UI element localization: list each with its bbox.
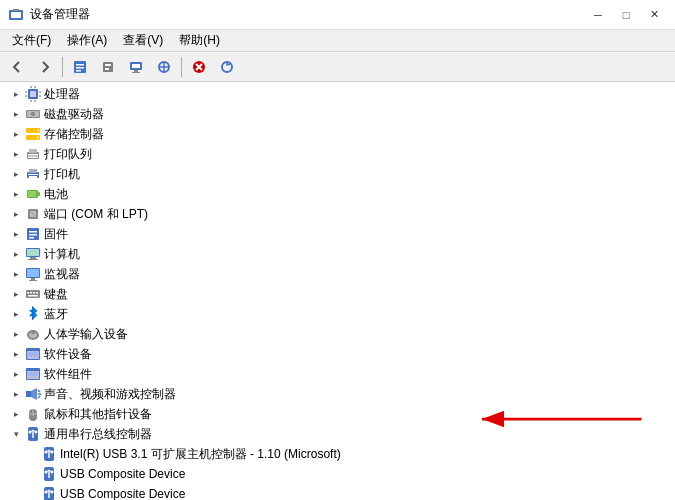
expand-icon-usb-composite2[interactable] xyxy=(24,486,40,500)
expand-icon-disk[interactable]: ▸ xyxy=(8,106,24,122)
expand-icon-monitor[interactable]: ▸ xyxy=(8,266,24,282)
svg-rect-73 xyxy=(31,330,35,334)
close-button[interactable]: ✕ xyxy=(641,5,667,25)
minimize-button[interactable]: ─ xyxy=(585,5,611,25)
mouse-icon xyxy=(24,406,42,422)
svg-point-38 xyxy=(37,137,39,139)
tree-item-disk[interactable]: ▸磁盘驱动器 xyxy=(0,104,675,124)
svg-point-34 xyxy=(32,113,34,115)
svg-rect-69 xyxy=(36,292,38,294)
tree-label-keyboard: 键盘 xyxy=(44,286,68,303)
tree-item-keyboard[interactable]: ▸键盘 xyxy=(0,284,675,304)
keyboard-icon xyxy=(24,286,42,302)
tree-item-hid[interactable]: ▸人体学输入设备 xyxy=(0,324,675,344)
back-icon xyxy=(10,60,24,74)
tree-item-mouse[interactable]: ▸鼠标和其他指针设备 xyxy=(0,404,675,424)
tree-item-port[interactable]: ▸端口 (COM 和 LPT) xyxy=(0,204,675,224)
storage-icon xyxy=(24,126,42,142)
tree-label-usb-intel: Intel(R) USB 3.1 可扩展主机控制器 - 1.10 (Micros… xyxy=(60,446,341,463)
tree-label-port: 端口 (COM 和 LPT) xyxy=(44,206,148,223)
svg-rect-12 xyxy=(134,70,138,72)
tree-label-battery: 电池 xyxy=(44,186,68,203)
tree-label-printqueue: 打印队列 xyxy=(44,146,92,163)
toolbar-sep-1 xyxy=(62,57,63,77)
tree-item-usb-root[interactable]: ▾通用串行总线控制器 xyxy=(0,424,675,444)
svg-rect-49 xyxy=(28,191,36,197)
toolbar xyxy=(0,52,675,82)
tree-item-storage[interactable]: ▸存储控制器 xyxy=(0,124,675,144)
tree-item-firmware[interactable]: ▸固件 xyxy=(0,224,675,244)
expand-icon-bluetooth[interactable]: ▸ xyxy=(8,306,24,322)
tree-item-printer[interactable]: ▸打印机 xyxy=(0,164,675,184)
tree-item-bluetooth[interactable]: ▸蓝牙 xyxy=(0,304,675,324)
svg-rect-11 xyxy=(132,64,140,68)
expand-icon-software-comp[interactable]: ▸ xyxy=(8,366,24,382)
svg-rect-63 xyxy=(31,278,35,280)
svg-rect-9 xyxy=(105,68,109,70)
update-driver-button[interactable] xyxy=(95,55,121,79)
update-icon xyxy=(101,60,115,74)
printer-icon xyxy=(24,166,42,182)
menu-view[interactable]: 查看(V) xyxy=(115,30,171,51)
sound-icon xyxy=(24,386,42,402)
tree-item-software-comp[interactable]: ▸软件组件 xyxy=(0,364,675,384)
bluetooth-icon xyxy=(24,306,42,322)
tree-item-battery[interactable]: ▸电池 xyxy=(0,184,675,204)
expand-icon-software-dev[interactable]: ▸ xyxy=(8,346,24,362)
tree-label-hid: 人体学输入设备 xyxy=(44,326,128,343)
expand-icon-port[interactable]: ▸ xyxy=(8,206,24,222)
svg-rect-8 xyxy=(105,64,111,66)
forward-button[interactable] xyxy=(32,55,58,79)
expand-icon-computer[interactable]: ▸ xyxy=(8,246,24,262)
tree-item-monitor[interactable]: ▸监视器 xyxy=(0,264,675,284)
tree-label-mouse: 鼠标和其他指针设备 xyxy=(44,406,152,423)
expand-icon-usb-composite1[interactable] xyxy=(24,466,40,482)
computer-button[interactable] xyxy=(123,55,149,79)
uninstall-icon xyxy=(192,60,206,74)
expand-icon-keyboard[interactable]: ▸ xyxy=(8,286,24,302)
menu-help[interactable]: 帮助(H) xyxy=(171,30,228,51)
tree-item-computer[interactable]: ▸计算机 xyxy=(0,244,675,264)
tree-item-software-dev[interactable]: ▸软件设备 xyxy=(0,344,675,364)
refresh-button[interactable] xyxy=(214,55,240,79)
computer-icon xyxy=(129,60,143,74)
usb-device-icon xyxy=(40,446,58,462)
expand-icon-firmware[interactable]: ▸ xyxy=(8,226,24,242)
toolbar-sep-2 xyxy=(181,57,182,77)
device-tree[interactable]: ▸处理器▸磁盘驱动器▸存储控制器▸打印队列▸打印机▸电池▸端口 (COM 和 L… xyxy=(0,82,675,500)
tree-item-usb-composite2[interactable]: USB Composite Device xyxy=(0,484,675,500)
expand-icon-usb-root[interactable]: ▾ xyxy=(8,426,24,442)
svg-rect-46 xyxy=(29,176,37,179)
svg-line-84 xyxy=(38,390,40,392)
title-bar: 设备管理器 ─ □ ✕ xyxy=(0,0,675,30)
tree-item-printqueue[interactable]: ▸打印队列 xyxy=(0,144,675,164)
scan-button[interactable] xyxy=(151,55,177,79)
properties-button[interactable] xyxy=(67,55,93,79)
tree-item-usb-composite1[interactable]: USB Composite Device xyxy=(0,464,675,484)
expand-icon-battery[interactable]: ▸ xyxy=(8,186,24,202)
menu-action[interactable]: 操作(A) xyxy=(59,30,115,51)
menu-file[interactable]: 文件(F) xyxy=(4,30,59,51)
svg-rect-66 xyxy=(27,292,29,294)
hid-icon xyxy=(24,326,42,342)
maximize-button[interactable]: □ xyxy=(613,5,639,25)
computer-icon xyxy=(24,246,42,262)
tree-item-sound[interactable]: ▸声音、视频和游戏控制器 xyxy=(0,384,675,404)
expand-icon-mouse[interactable]: ▸ xyxy=(8,406,24,422)
disk-icon xyxy=(24,106,42,122)
expand-icon-usb-intel[interactable] xyxy=(24,446,40,462)
expand-icon-printer[interactable]: ▸ xyxy=(8,166,24,182)
tree-item-usb-intel[interactable]: Intel(R) USB 3.1 可扩展主机控制器 - 1.10 (Micros… xyxy=(0,444,675,464)
svg-rect-42 xyxy=(28,157,38,159)
tree-item-cpu[interactable]: ▸处理器 xyxy=(0,84,675,104)
uninstall-button[interactable] xyxy=(186,55,212,79)
svg-line-86 xyxy=(38,396,40,398)
back-button[interactable] xyxy=(4,55,30,79)
svg-rect-22 xyxy=(30,91,36,97)
svg-rect-62 xyxy=(27,269,39,277)
expand-icon-sound[interactable]: ▸ xyxy=(8,386,24,402)
expand-icon-hid[interactable]: ▸ xyxy=(8,326,24,342)
expand-icon-printqueue[interactable]: ▸ xyxy=(8,146,24,162)
expand-icon-cpu[interactable]: ▸ xyxy=(8,86,24,102)
expand-icon-storage[interactable]: ▸ xyxy=(8,126,24,142)
